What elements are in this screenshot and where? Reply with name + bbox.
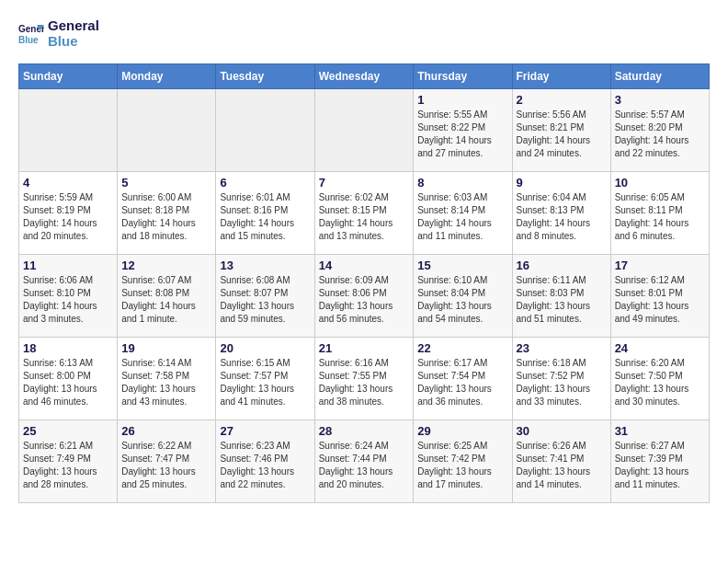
day-number: 11 [23,259,113,272]
calendar-cell: 10Sunrise: 6:05 AM Sunset: 8:11 PM Dayli… [610,172,709,255]
day-info: Sunrise: 6:13 AM Sunset: 8:00 PM Dayligh… [23,357,113,408]
day-info: Sunrise: 6:20 AM Sunset: 7:50 PM Dayligh… [615,357,705,408]
calendar-cell: 25Sunrise: 6:21 AM Sunset: 7:49 PM Dayli… [19,420,118,503]
day-number: 30 [517,424,607,438]
calendar-cell: 31Sunrise: 6:27 AM Sunset: 7:39 PM Dayli… [610,420,709,503]
day-number: 7 [319,176,410,190]
day-info: Sunrise: 6:09 AM Sunset: 8:06 PM Dayligh… [319,274,410,326]
day-info: Sunrise: 6:14 AM Sunset: 7:58 PM Dayligh… [121,357,211,408]
calendar-cell: 12Sunrise: 6:07 AM Sunset: 8:08 PM Dayli… [118,255,216,338]
day-number: 25 [23,424,113,438]
calendar-cell: 26Sunrise: 6:22 AM Sunset: 7:47 PM Dayli… [118,420,216,503]
day-number: 19 [121,341,211,355]
logo: General Blue General Blue [18,18,99,49]
day-number: 8 [417,176,507,190]
calendar-cell: 19Sunrise: 6:14 AM Sunset: 7:58 PM Dayli… [118,338,216,420]
day-number: 2 [517,93,607,107]
calendar-cell: 3Sunrise: 5:57 AM Sunset: 8:20 PM Daylig… [610,89,709,172]
day-info: Sunrise: 6:10 AM Sunset: 8:04 PM Dayligh… [417,274,507,326]
calendar-cell: 7Sunrise: 6:02 AM Sunset: 8:15 PM Daylig… [314,172,414,255]
day-info: Sunrise: 6:23 AM Sunset: 7:46 PM Dayligh… [220,440,310,491]
day-info: Sunrise: 6:22 AM Sunset: 7:47 PM Dayligh… [121,440,211,491]
day-info: Sunrise: 6:00 AM Sunset: 8:18 PM Dayligh… [121,191,211,243]
calendar-cell: 14Sunrise: 6:09 AM Sunset: 8:06 PM Dayli… [314,255,414,338]
calendar-cell: 11Sunrise: 6:06 AM Sunset: 8:10 PM Dayli… [19,255,118,338]
day-number: 5 [121,176,211,190]
day-info: Sunrise: 6:15 AM Sunset: 7:57 PM Dayligh… [220,357,310,408]
day-info: Sunrise: 6:08 AM Sunset: 8:07 PM Dayligh… [220,274,310,326]
calendar-cell: 24Sunrise: 6:20 AM Sunset: 7:50 PM Dayli… [610,338,709,420]
calendar-cell: 5Sunrise: 6:00 AM Sunset: 8:18 PM Daylig… [118,172,216,255]
day-header-tuesday: Tuesday [216,64,314,89]
day-number: 3 [615,93,705,107]
calendar-cell: 23Sunrise: 6:18 AM Sunset: 7:52 PM Dayli… [512,338,610,420]
calendar-cell: 9Sunrise: 6:04 AM Sunset: 8:13 PM Daylig… [512,172,610,255]
day-info: Sunrise: 6:05 AM Sunset: 8:11 PM Dayligh… [615,191,705,243]
day-info: Sunrise: 6:12 AM Sunset: 8:01 PM Dayligh… [615,274,705,326]
calendar-cell [314,89,414,172]
day-header-saturday: Saturday [610,64,709,89]
day-header-sunday: Sunday [19,64,118,89]
calendar-cell: 30Sunrise: 6:26 AM Sunset: 7:41 PM Dayli… [512,420,610,503]
day-info: Sunrise: 6:24 AM Sunset: 7:44 PM Dayligh… [319,440,410,491]
calendar-cell: 27Sunrise: 6:23 AM Sunset: 7:46 PM Dayli… [216,420,314,503]
day-info: Sunrise: 6:18 AM Sunset: 7:52 PM Dayligh… [517,357,607,408]
day-number: 28 [319,424,410,438]
day-info: Sunrise: 6:06 AM Sunset: 8:10 PM Dayligh… [23,274,113,326]
day-number: 14 [319,259,410,272]
day-number: 18 [23,341,113,355]
day-number: 13 [220,259,310,272]
day-header-friday: Friday [512,64,610,89]
day-info: Sunrise: 6:25 AM Sunset: 7:42 PM Dayligh… [417,440,507,491]
page-header: General Blue General Blue [18,18,710,49]
day-info: Sunrise: 6:01 AM Sunset: 8:16 PM Dayligh… [220,191,310,243]
calendar-cell: 4Sunrise: 5:59 AM Sunset: 8:19 PM Daylig… [19,172,118,255]
day-info: Sunrise: 6:17 AM Sunset: 7:54 PM Dayligh… [417,357,507,408]
calendar-cell: 2Sunrise: 5:56 AM Sunset: 8:21 PM Daylig… [512,89,610,172]
calendar-cell [118,89,216,172]
day-number: 6 [220,176,310,190]
day-info: Sunrise: 5:55 AM Sunset: 8:22 PM Dayligh… [417,109,507,160]
day-info: Sunrise: 6:26 AM Sunset: 7:41 PM Dayligh… [517,440,607,491]
logo-icon: General Blue [18,21,44,47]
day-number: 10 [615,176,705,190]
day-header-thursday: Thursday [414,64,512,89]
calendar-cell: 29Sunrise: 6:25 AM Sunset: 7:42 PM Dayli… [414,420,512,503]
day-number: 16 [517,259,607,272]
day-info: Sunrise: 5:56 AM Sunset: 8:21 PM Dayligh… [517,109,607,160]
day-number: 21 [319,341,410,355]
day-info: Sunrise: 6:03 AM Sunset: 8:14 PM Dayligh… [417,191,507,243]
day-number: 31 [615,424,705,438]
day-info: Sunrise: 5:57 AM Sunset: 8:20 PM Dayligh… [615,109,705,160]
day-number: 9 [517,176,607,190]
day-info: Sunrise: 6:11 AM Sunset: 8:03 PM Dayligh… [517,274,607,326]
day-number: 15 [417,259,507,272]
day-number: 26 [121,424,211,438]
calendar-cell: 15Sunrise: 6:10 AM Sunset: 8:04 PM Dayli… [414,255,512,338]
day-number: 23 [517,341,607,355]
svg-text:Blue: Blue [18,35,39,45]
day-info: Sunrise: 5:59 AM Sunset: 8:19 PM Dayligh… [23,191,113,243]
calendar-cell: 6Sunrise: 6:01 AM Sunset: 8:16 PM Daylig… [216,172,314,255]
day-info: Sunrise: 6:27 AM Sunset: 7:39 PM Dayligh… [615,440,705,491]
calendar-cell: 8Sunrise: 6:03 AM Sunset: 8:14 PM Daylig… [414,172,512,255]
day-number: 29 [417,424,507,438]
day-number: 20 [220,341,310,355]
day-number: 1 [417,93,507,107]
calendar-cell: 18Sunrise: 6:13 AM Sunset: 8:00 PM Dayli… [19,338,118,420]
calendar-cell: 22Sunrise: 6:17 AM Sunset: 7:54 PM Dayli… [414,338,512,420]
calendar-cell [19,89,118,172]
calendar-cell: 16Sunrise: 6:11 AM Sunset: 8:03 PM Dayli… [512,255,610,338]
day-number: 24 [615,341,705,355]
day-header-wednesday: Wednesday [314,64,414,89]
calendar-cell: 13Sunrise: 6:08 AM Sunset: 8:07 PM Dayli… [216,255,314,338]
calendar-cell: 1Sunrise: 5:55 AM Sunset: 8:22 PM Daylig… [414,89,512,172]
calendar-cell: 28Sunrise: 6:24 AM Sunset: 7:44 PM Dayli… [314,420,414,503]
day-number: 12 [121,259,211,272]
calendar-cell: 17Sunrise: 6:12 AM Sunset: 8:01 PM Dayli… [610,255,709,338]
calendar-cell: 20Sunrise: 6:15 AM Sunset: 7:57 PM Dayli… [216,338,314,420]
day-header-monday: Monday [118,64,216,89]
day-info: Sunrise: 6:02 AM Sunset: 8:15 PM Dayligh… [319,191,410,243]
day-number: 22 [417,341,507,355]
day-info: Sunrise: 6:16 AM Sunset: 7:55 PM Dayligh… [319,357,410,408]
